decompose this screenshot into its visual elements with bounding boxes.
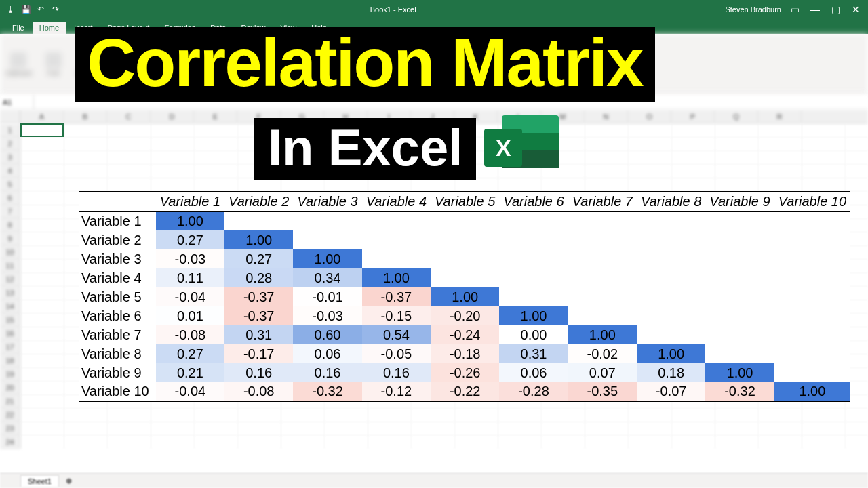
column-header[interactable]: O <box>628 110 671 123</box>
row-header[interactable]: 20 <box>0 381 20 394</box>
minimize-icon[interactable]: — <box>808 3 822 16</box>
sheet-tab[interactable]: Sheet1 <box>20 475 59 487</box>
matrix-cell-empty <box>499 249 568 268</box>
matrix-col-header: Variable 7 <box>568 192 637 211</box>
matrix-cell-empty <box>774 325 850 344</box>
row-header[interactable]: 11 <box>0 259 20 272</box>
column-header[interactable]: N <box>585 110 628 123</box>
matrix-cell-empty <box>774 249 850 268</box>
ribbon-group-clipboard[interactable]: Clipboard <box>5 52 32 77</box>
matrix-row-header: Variable 7 <box>79 325 156 344</box>
column-header[interactable]: B <box>64 110 107 123</box>
new-sheet-icon[interactable]: ⊕ <box>62 476 76 485</box>
row-header[interactable]: 13 <box>0 286 20 300</box>
row-header[interactable]: 4 <box>0 164 20 178</box>
column-header[interactable]: R <box>758 110 802 123</box>
matrix-row-header: Variable 1 <box>79 211 156 230</box>
ribbon-tab-file[interactable]: File <box>5 22 31 34</box>
matrix-cell-empty <box>705 249 774 268</box>
matrix-cell: -0.15 <box>362 306 431 325</box>
autosave-icon[interactable]: ⭳ <box>5 4 16 15</box>
matrix-cell: 0.07 <box>568 363 637 382</box>
select-all-corner[interactable] <box>0 110 20 123</box>
row-header[interactable]: 16 <box>0 327 20 340</box>
row-header[interactable]: 3 <box>0 150 20 164</box>
matrix-cell: -0.03 <box>156 249 224 268</box>
matrix-cell-empty <box>431 211 499 230</box>
matrix-cell: -0.01 <box>293 287 361 306</box>
matrix-cell: -0.03 <box>293 306 361 325</box>
matrix-col-header: Variable 9 <box>705 192 774 211</box>
name-box[interactable]: A1 <box>0 95 34 109</box>
matrix-cell: 1.00 <box>431 287 499 306</box>
matrix-cell: 0.27 <box>156 230 224 249</box>
row-header[interactable]: 19 <box>0 367 20 381</box>
undo-icon[interactable]: ↶ <box>35 4 46 15</box>
row-header[interactable]: 10 <box>0 245 20 259</box>
matrix-cell: 1.00 <box>156 211 224 230</box>
matrix-cell: 0.16 <box>224 363 293 382</box>
matrix-cell: 1.00 <box>224 230 293 249</box>
row-header[interactable]: 21 <box>0 394 20 408</box>
close-icon[interactable]: ✕ <box>849 3 863 16</box>
matrix-cell-empty <box>568 287 637 306</box>
matrix-cell-empty <box>362 249 431 268</box>
matrix-col-header: Variable 2 <box>224 192 293 211</box>
matrix-row-header: Variable 3 <box>79 249 156 268</box>
matrix-cell: -0.37 <box>362 287 431 306</box>
matrix-col-header: Variable 3 <box>293 192 361 211</box>
row-header[interactable]: 2 <box>0 137 20 150</box>
row-header[interactable]: 6 <box>0 191 20 205</box>
row-header[interactable]: 15 <box>0 313 20 327</box>
matrix-cell: -0.32 <box>293 382 361 401</box>
ribbon-group-font[interactable]: Font <box>45 52 62 77</box>
row-header[interactable]: 24 <box>0 435 20 449</box>
matrix-cell: -0.37 <box>224 306 293 325</box>
row-header[interactable]: 12 <box>0 272 20 286</box>
row-header[interactable]: 1 <box>0 123 20 137</box>
row-header[interactable]: 8 <box>0 218 20 232</box>
matrix-cell: 0.16 <box>293 363 361 382</box>
row-header[interactable]: 14 <box>0 300 20 313</box>
ribbon-tab-home[interactable]: Home <box>33 22 66 34</box>
column-header[interactable]: A <box>20 110 64 123</box>
matrix-cell: -0.07 <box>637 382 705 401</box>
maximize-icon[interactable]: ▢ <box>829 3 842 16</box>
user-name[interactable]: Steven Bradburn <box>725 5 781 14</box>
titlebar: ⭳ 💾 ↶ ↷ Book1 - Excel Steven Bradburn ▭ … <box>0 0 868 19</box>
window-title: Book1 - Excel <box>61 5 725 14</box>
row-header[interactable]: 17 <box>0 340 20 354</box>
matrix-cell-empty <box>637 325 705 344</box>
column-header[interactable]: D <box>151 110 194 123</box>
matrix-col-header: Variable 8 <box>637 192 705 211</box>
row-header[interactable]: 9 <box>0 232 20 245</box>
row-header[interactable]: 5 <box>0 178 20 191</box>
row-header[interactable]: 7 <box>0 205 20 218</box>
save-icon[interactable]: 💾 <box>20 4 31 15</box>
column-header[interactable]: C <box>107 110 151 123</box>
matrix-cell: -0.20 <box>431 306 499 325</box>
matrix-cell: 1.00 <box>705 363 774 382</box>
matrix-cell: 1.00 <box>774 382 850 401</box>
matrix-cell-empty <box>499 287 568 306</box>
matrix-cell-empty <box>774 211 850 230</box>
matrix-cell-empty <box>705 344 774 363</box>
active-cell[interactable] <box>20 123 64 137</box>
matrix-cell-empty <box>568 268 637 287</box>
matrix-row-header: Variable 8 <box>79 344 156 363</box>
column-header[interactable]: Q <box>715 110 758 123</box>
redo-icon[interactable]: ↷ <box>50 4 61 15</box>
row-header[interactable]: 18 <box>0 354 20 367</box>
matrix-cell: 0.18 <box>637 363 705 382</box>
matrix-cell-empty <box>705 287 774 306</box>
row-header[interactable]: 22 <box>0 408 20 422</box>
matrix-row-header: Variable 2 <box>79 230 156 249</box>
column-header[interactable]: P <box>671 110 715 123</box>
column-header[interactable]: E <box>194 110 237 123</box>
row-header[interactable]: 23 <box>0 422 20 435</box>
ribbon-options-icon[interactable]: ▭ <box>788 3 802 16</box>
matrix-cell: -0.22 <box>431 382 499 401</box>
matrix-cell-empty <box>774 306 850 325</box>
matrix-cell-empty <box>499 211 568 230</box>
matrix-col-header: Variable 4 <box>362 192 431 211</box>
